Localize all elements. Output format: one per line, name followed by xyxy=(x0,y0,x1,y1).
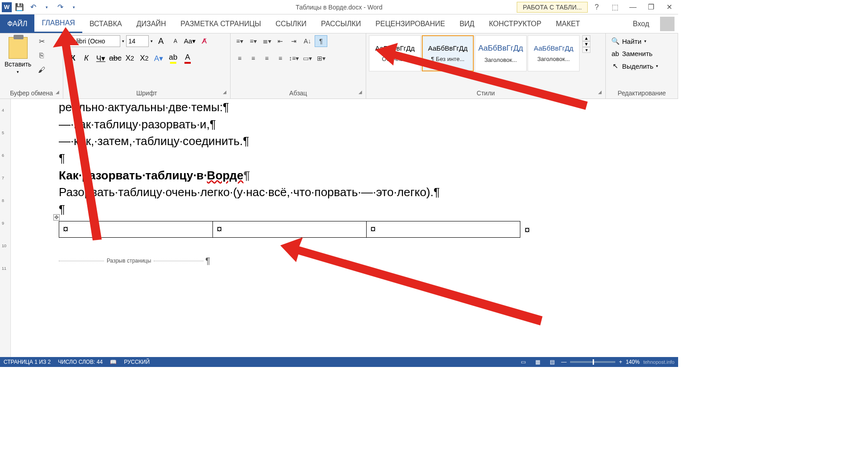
clipboard-launcher-icon[interactable]: ◢ xyxy=(56,89,59,94)
zoom-out-icon[interactable]: — xyxy=(561,359,566,365)
style-no-spacing[interactable]: АаБбВвГгДд ¶ Без инте... xyxy=(422,35,474,71)
subscript-button[interactable]: X2 xyxy=(124,52,136,64)
tab-file[interactable]: ФАЙЛ xyxy=(0,14,34,33)
undo-dropdown-icon[interactable]: ▾ xyxy=(41,1,52,13)
highlight-button[interactable]: ab xyxy=(167,52,179,64)
change-case-icon[interactable]: Aa▾ xyxy=(184,35,196,47)
select-button[interactable]: ↖Выделить▾ xyxy=(609,60,661,72)
status-proofing-icon[interactable]: 📖 xyxy=(110,359,117,365)
font-launcher-icon[interactable]: ◢ xyxy=(223,89,226,94)
style-name: ¶ Без инте... xyxy=(431,56,465,62)
tab-home[interactable]: ГЛАВНАЯ xyxy=(34,14,82,33)
styles-scroll-up-icon[interactable]: ▲ xyxy=(582,35,590,41)
find-label: Найти xyxy=(622,38,642,45)
table-move-handle-icon[interactable]: ✥ xyxy=(53,214,60,221)
sort-icon[interactable]: A↓ xyxy=(301,35,314,47)
decrease-indent-icon[interactable]: ⇤ xyxy=(274,35,287,47)
cut-icon[interactable]: ✂ xyxy=(36,35,47,47)
styles-launcher-icon[interactable]: ◢ xyxy=(598,89,602,94)
status-word-count[interactable]: ЧИСЛО СЛОВ: 44 xyxy=(58,359,103,365)
table-cell[interactable]: ¤ xyxy=(213,221,367,237)
tab-table-design[interactable]: КОНСТРУКТОР xyxy=(481,14,548,33)
cursor-icon: ↖ xyxy=(611,62,619,70)
align-left-icon[interactable]: ≡ xyxy=(233,52,246,64)
zoom-level[interactable]: 140% xyxy=(626,359,640,365)
line-spacing-icon[interactable]: ↕≡▾ xyxy=(288,52,300,64)
ribbon-display-icon[interactable]: ⬚ xyxy=(606,1,624,14)
status-language[interactable]: РУССКИЙ xyxy=(124,359,150,365)
user-avatar-icon[interactable] xyxy=(660,17,675,31)
zoom-slider[interactable] xyxy=(570,361,615,363)
align-center-icon[interactable]: ≡ xyxy=(247,52,259,64)
font-size-input[interactable] xyxy=(126,35,149,47)
tab-page-layout[interactable]: РАЗМЕТКА СТРАНИЦЫ xyxy=(173,14,268,33)
save-icon[interactable]: 💾 xyxy=(14,1,25,13)
increase-indent-icon[interactable]: ⇥ xyxy=(288,35,300,47)
table-cell[interactable]: ¤ xyxy=(367,221,520,237)
tab-table-layout[interactable]: МАКЕТ xyxy=(548,14,587,33)
justify-icon[interactable]: ≡ xyxy=(274,52,287,64)
tab-insert[interactable]: ВСТАВКА xyxy=(82,14,129,33)
multilevel-list-icon[interactable]: ≣▾ xyxy=(260,35,273,47)
underline-button[interactable]: Ч▾ xyxy=(95,52,107,64)
number-list-icon[interactable]: ≡▾ xyxy=(247,35,259,47)
tab-mailings[interactable]: РАССЫЛКИ xyxy=(314,14,368,33)
signin-button[interactable]: Вход xyxy=(626,20,656,28)
strikethrough-button[interactable]: abc xyxy=(109,52,121,64)
find-button[interactable]: 🔍Найти▾ xyxy=(609,35,649,47)
status-page[interactable]: СТРАНИЦА 1 ИЗ 2 xyxy=(4,359,51,365)
style-heading1[interactable]: АаБбВвГгДд Заголовок... xyxy=(475,35,527,71)
table-cell[interactable]: ¤ xyxy=(59,221,213,237)
page-break-label: Разрыв страницы xyxy=(104,258,154,264)
doc-line[interactable]: ¶ xyxy=(59,201,678,218)
zoom-in-icon[interactable]: + xyxy=(619,359,622,365)
copy-icon[interactable]: ⎘ xyxy=(36,50,47,61)
word-table[interactable]: ¤ ¤ ¤ xyxy=(59,221,520,238)
replace-button[interactable]: abЗаменить xyxy=(609,48,655,59)
doc-heading[interactable]: Как·разорвать·таблицу·в·Ворде¶ xyxy=(59,167,678,184)
doc-line[interactable]: реально·актуальны·две·темы:¶ xyxy=(59,99,678,116)
qat-customize-icon[interactable]: ▾ xyxy=(68,1,80,13)
tab-view[interactable]: ВИД xyxy=(452,14,481,33)
restore-icon[interactable]: ❐ xyxy=(642,1,660,14)
document-page[interactable]: реально·актуальны·две·темы:¶ —·как·табли… xyxy=(14,99,678,357)
paragraph-launcher-icon[interactable]: ◢ xyxy=(359,89,362,94)
borders-icon[interactable]: ⊞▾ xyxy=(315,52,327,64)
bullet-list-icon[interactable]: ≡▾ xyxy=(233,35,246,47)
undo-icon[interactable]: ↶ xyxy=(27,1,39,13)
show-pilcrow-button[interactable]: ¶ xyxy=(315,35,327,47)
shrink-font-icon[interactable]: A xyxy=(169,35,182,47)
style-normal[interactable]: АаБбВвГгДд Обычный xyxy=(369,35,421,71)
minimize-icon[interactable]: — xyxy=(624,1,642,14)
align-right-icon[interactable]: ≡ xyxy=(260,52,273,64)
tab-design[interactable]: ДИЗАЙН xyxy=(129,14,174,33)
close-icon[interactable]: ✕ xyxy=(660,1,678,14)
redo-icon[interactable]: ↷ xyxy=(54,1,66,13)
text-effects-icon[interactable]: A▾ xyxy=(153,52,165,64)
bold-button[interactable]: Ж xyxy=(66,52,78,64)
grow-font-icon[interactable]: A xyxy=(155,35,167,47)
view-web-icon[interactable]: ▤ xyxy=(547,358,557,366)
font-color-button[interactable]: A xyxy=(182,52,193,64)
styles-scroll-down-icon[interactable]: ▼ xyxy=(582,41,590,47)
format-painter-icon[interactable]: 🖌 xyxy=(36,64,47,76)
view-print-icon[interactable]: ▦ xyxy=(532,358,543,366)
styles-more-icon[interactable]: ▾ xyxy=(582,47,590,53)
style-preview: АаБбВвГгДд xyxy=(534,44,573,52)
doc-line[interactable]: —·как,·затем,·таблицу·соединить.¶ xyxy=(59,133,678,150)
tab-review[interactable]: РЕЦЕНЗИРОВАНИЕ xyxy=(368,14,453,33)
help-icon[interactable]: ? xyxy=(588,1,606,14)
view-read-icon[interactable]: ▭ xyxy=(518,358,528,366)
style-heading2[interactable]: АаБбВвГгДд Заголовок... xyxy=(528,35,580,71)
clear-formatting-icon[interactable]: A̸ xyxy=(198,35,211,47)
italic-button[interactable]: К xyxy=(80,52,92,64)
font-name-input[interactable] xyxy=(66,35,120,47)
tab-references[interactable]: ССЫЛКИ xyxy=(268,14,314,33)
doc-line[interactable]: —·как·таблицу·разорвать·и,¶ xyxy=(59,116,678,133)
shading-icon[interactable]: ▭▾ xyxy=(301,52,314,64)
doc-line[interactable]: ¶ xyxy=(59,150,678,167)
doc-line[interactable]: Разорвать·таблицу·очень·легко·(у·нас·всё… xyxy=(59,184,678,201)
table-row[interactable]: ¤ ¤ ¤ xyxy=(59,221,520,237)
paste-button[interactable]: Вставить ▾ xyxy=(3,35,33,76)
superscript-button[interactable]: X2 xyxy=(138,52,150,64)
